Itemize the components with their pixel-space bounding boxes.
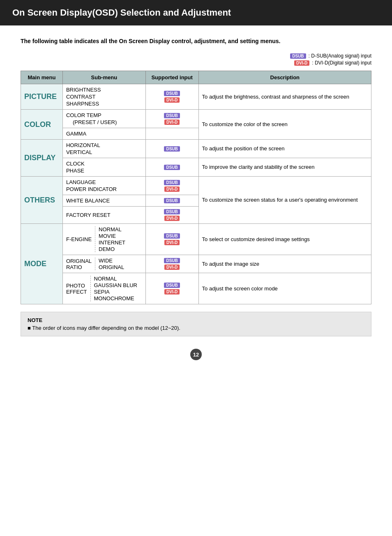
sub-item: DEMO	[99, 246, 125, 252]
dvid-badge: DVI-D	[164, 120, 180, 125]
sub-menu-others-3: FACTORY RESET	[62, 207, 145, 224]
sub-item: WHITE BALANCE	[66, 198, 142, 204]
table-row: COLOR COLOR TEMP (PRESET / USER) DSUB DV…	[21, 110, 371, 128]
col-header-input: Supported input	[145, 71, 198, 84]
desc-picture: To adjust the brightness, contrast and s…	[198, 84, 371, 110]
main-menu-others: OTHERS	[21, 177, 63, 224]
note-bullet: ■	[28, 325, 31, 331]
dsub-badge: DSUB	[164, 198, 180, 203]
main-menu-picture: PICTURE	[21, 84, 63, 110]
sub-item: ORIGINAL	[99, 264, 124, 270]
dsub-badge: DSUB	[290, 53, 306, 59]
table-row: ORIGINALRATIO WIDE ORIGINAL DSUB DVI-D	[21, 255, 371, 273]
sub-menu-picture: BRIGHTNESS CONTRAST SHARPNESS	[62, 84, 145, 110]
dsub-badge: DSUB	[164, 146, 180, 152]
note-text: The order of icons may differ depending …	[32, 325, 180, 331]
note-content: ■ The order of icons may differ dependin…	[28, 325, 364, 331]
input-display-1: DSUB	[145, 140, 198, 158]
desc-mode-3: To adjust the screen color mode	[198, 273, 371, 304]
input-others-3: DSUB DVI-D	[145, 207, 198, 224]
sub-menu-others-1: LANGUAGE POWER INDICATOR	[62, 177, 145, 195]
sub-menu-display-2: CLOCK PHASE	[62, 158, 145, 177]
input-mode-3: DSUB DVI-D	[145, 273, 198, 304]
input-others-1: DSUB DVI-D	[145, 177, 198, 195]
sub-item: (PRESET / USER)	[66, 119, 142, 125]
desc-color: To customize the color of the screen	[198, 110, 371, 140]
main-menu-mode: MODE	[21, 224, 63, 304]
dsub-badge: DSUB	[164, 113, 180, 118]
sub-group-label: ORIGINALRATIO	[66, 258, 95, 270]
sub-item: MONOCHROME	[94, 295, 137, 301]
sub-menu-display-1: HORIZONTAL VERTICAL	[62, 140, 145, 158]
table-row: PICTURE BRIGHTNESS CONTRAST SHARPNESS DS…	[21, 84, 371, 110]
dvid-badge: DVI-D	[164, 97, 180, 103]
dsub-badge: DSUB	[164, 233, 180, 239]
dsub-badge: DSUB	[164, 180, 180, 185]
dvid-badge: DVI-D	[294, 60, 309, 66]
table-row: PHOTOEFFECT NORMAL GAUSSIAN BLUR SEPIA M…	[21, 273, 371, 304]
sub-item: NORMAL	[99, 226, 125, 232]
sub-menu-others-2: WHITE BALANCE	[62, 195, 145, 207]
intro-text: The following table indicates all the On…	[21, 37, 371, 46]
col-header-main: Main menu	[21, 71, 63, 84]
note-title: NOTE	[28, 317, 364, 323]
dvid-badge: DVI-D	[164, 186, 180, 192]
sub-item: MOVIE	[99, 233, 125, 239]
table-row: OTHERS LANGUAGE POWER INDICATOR DSUB DVI…	[21, 177, 371, 195]
sub-menu-mode-1: F-ENGINE NORMAL MOVIE INTERNET DEMO	[62, 224, 145, 255]
desc-others: To customize the screen status for a use…	[198, 177, 371, 224]
table-row: CLOCK PHASE DSUB To improve the clarity …	[21, 158, 371, 177]
table-row: MODE F-ENGINE NORMAL MOVIE INTERNET DEMO	[21, 224, 371, 255]
sub-item: PHASE	[66, 168, 142, 174]
sub-item: SEPIA	[94, 289, 137, 295]
note-box: NOTE ■ The order of icons may differ dep…	[21, 312, 371, 336]
dsub-badge: DSUB	[164, 209, 180, 214]
sub-item: NORMAL	[94, 276, 137, 282]
legend-dvid: DVI-D : DVI-D(Digital signal) input	[294, 60, 371, 66]
main-menu-color: COLOR	[21, 110, 63, 140]
main-menu-display: DISPLAY	[21, 140, 63, 177]
legend: DSUB : D-SUB(Analog signal) input DVI-D …	[21, 53, 371, 66]
page-title: On Screen Display(OSD) Selection and Adj…	[12, 7, 231, 18]
input-picture: DSUB DVI-D	[145, 84, 198, 110]
sub-group-label: F-ENGINE	[66, 226, 95, 252]
osd-table: Main menu Sub-menu Supported input Descr…	[21, 71, 371, 304]
sub-group-label: PHOTOEFFECT	[66, 276, 91, 301]
col-header-desc: Description	[198, 71, 371, 84]
input-color-2	[145, 128, 198, 140]
dsub-desc: : D-SUB(Analog signal) input	[309, 53, 371, 59]
main-content: The following table indicates all the On…	[0, 37, 392, 360]
sub-item: LANGUAGE	[66, 179, 142, 185]
dsub-badge: DSUB	[164, 283, 180, 288]
sub-menu-mode-2: ORIGINALRATIO WIDE ORIGINAL	[62, 255, 145, 273]
page-number-container: 12	[21, 349, 371, 360]
sub-item: CONTRAST	[66, 94, 142, 100]
desc-display-1: To adjust the position of the screen	[198, 140, 371, 158]
sub-menu-color-1: COLOR TEMP (PRESET / USER)	[62, 110, 145, 128]
legend-dsub: DSUB : D-SUB(Analog signal) input	[290, 53, 371, 59]
sub-item: BRIGHTNESS	[66, 87, 142, 93]
sub-item: VERTICAL	[66, 149, 142, 155]
dvid-badge: DVI-D	[164, 216, 180, 221]
desc-mode-2: To adjust the image size	[198, 255, 371, 273]
table-header-row: Main menu Sub-menu Supported input Descr…	[21, 71, 371, 84]
sub-item: SHARPNESS	[66, 101, 142, 107]
page-number: 12	[190, 349, 202, 360]
col-header-sub: Sub-menu	[62, 71, 145, 84]
desc-display-2: To improve the clarity and stability of …	[198, 158, 371, 177]
input-mode-1: DSUB DVI-D	[145, 224, 198, 255]
dvid-desc: : DVI-D(Digital signal) input	[312, 60, 371, 66]
input-mode-2: DSUB DVI-D	[145, 255, 198, 273]
sub-item: WIDE	[99, 258, 124, 264]
sub-item: CLOCK	[66, 161, 142, 167]
input-display-2: DSUB	[145, 158, 198, 177]
sub-item: POWER INDICATOR	[66, 186, 142, 192]
sub-item: GAUSSIAN BLUR	[94, 282, 137, 288]
dvid-badge: DVI-D	[164, 265, 180, 270]
input-color-1: DSUB DVI-D	[145, 110, 198, 128]
sub-item: FACTORY RESET	[66, 212, 142, 218]
sub-item: HORIZONTAL	[66, 142, 142, 148]
page-header: On Screen Display(OSD) Selection and Adj…	[0, 0, 392, 25]
sub-item: GAMMA	[66, 131, 142, 137]
sub-item: INTERNET	[99, 239, 125, 246]
